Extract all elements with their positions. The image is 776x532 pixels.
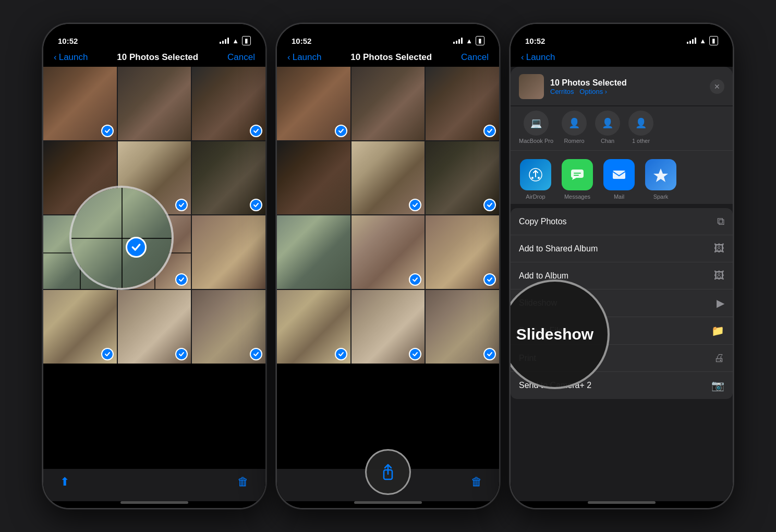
airdrop-app-icon (520, 159, 551, 190)
nav-cancel-2[interactable]: Cancel (461, 52, 489, 63)
photo-cell-2-7[interactable] (277, 215, 350, 289)
signal-bar-3 (225, 39, 226, 44)
photo-cell-7[interactable] (43, 215, 117, 289)
copy-icon: ⧉ (717, 215, 724, 227)
delete-icon-2[interactable]: 🗑 (471, 475, 482, 489)
photo-cell-2-5[interactable] (351, 141, 425, 215)
share-close-button[interactable]: ✕ (710, 79, 724, 94)
photo-cell-2-4[interactable] (277, 141, 350, 215)
svg-point-4 (538, 177, 540, 179)
recipient-name-chan: Chan (601, 138, 614, 144)
photo-cell-9[interactable] (192, 215, 265, 289)
share-icon-2 (379, 463, 397, 481)
photo-cell-2-6[interactable] (426, 141, 499, 215)
photo-cell-10[interactable] (43, 290, 117, 364)
messages-app-icon (562, 159, 593, 190)
grid-v-line-2 (154, 215, 155, 289)
nav-title-2: 10 Photos Selected (350, 52, 432, 63)
photo-cell-2-9[interactable] (426, 215, 499, 289)
bottom-toolbar-1: ⬆ 🗑 (43, 469, 265, 501)
recipient-chan[interactable]: 👤 Chan (595, 111, 620, 144)
status-bar-2: 10:52 ▲ ▮ (277, 24, 499, 50)
status-icons-1: ▲ ▮ (220, 36, 251, 45)
nav-back-3[interactable]: ‹ Launch (521, 52, 555, 63)
wifi-icon-3: ▲ (699, 37, 706, 45)
recipient-avatar-romero: 👤 (562, 111, 587, 136)
app-icons-row: AirDrop Messages Mail (511, 151, 733, 204)
status-time-3: 10:52 (525, 37, 545, 45)
signal-bar-2 (222, 41, 224, 44)
photo-cell-2-3[interactable] (426, 67, 499, 140)
check-2-12 (483, 348, 496, 360)
photo-cell-2-1[interactable] (277, 67, 350, 140)
photo-cell-3[interactable] (192, 67, 265, 140)
wifi-icon-2: ▲ (466, 37, 472, 45)
photo-cell-4[interactable] (43, 141, 117, 215)
action-copy-photos[interactable]: Copy Photos ⧉ (511, 208, 733, 235)
app-mail-item[interactable]: Mail (602, 159, 636, 200)
share-subtitle: Cerritos Options › (550, 88, 627, 95)
check-2-5 (409, 199, 421, 211)
app-messages-item[interactable]: Messages (561, 159, 594, 200)
recipient-avatar-macbook: 💻 (524, 111, 549, 136)
check-1 (101, 125, 114, 137)
home-indicator-2 (354, 501, 422, 504)
nav-bar-1: ‹ Launch 10 Photos Selected Cancel (43, 50, 265, 67)
photo-cell-2-10[interactable] (277, 290, 350, 364)
grid-v-line (80, 215, 81, 289)
check-2-1 (335, 125, 347, 137)
share-icon-1[interactable]: ⬆ (60, 475, 69, 489)
check-2-11 (409, 348, 421, 360)
spark-label: Spark (653, 194, 669, 200)
photo-cell-2-12[interactable] (426, 290, 499, 364)
nav-cancel-1[interactable]: Cancel (227, 52, 255, 63)
nav-back-1[interactable]: ‹ Launch (54, 52, 88, 63)
battery-icon-2: ▮ (476, 36, 484, 45)
recipient-name-romero: Romero (564, 138, 584, 144)
iphone-screen-1: 10:52 ▲ ▮ ‹ (42, 23, 266, 509)
recipient-avatar-other: 👤 (628, 111, 653, 136)
check-6 (250, 199, 262, 211)
slideshow-callout-text: Slideshow (516, 325, 593, 343)
check-3 (250, 125, 262, 137)
action-add-shared-album[interactable]: Add to Shared Album 🖼 (511, 235, 733, 262)
share-sheet-header: 10 Photos Selected Cerritos Options › ✕ (511, 67, 733, 105)
check-2-9 (483, 273, 496, 286)
photo-cell-2-11[interactable] (351, 290, 425, 364)
photo-cell-11[interactable] (118, 290, 191, 364)
photo-cell-2[interactable] (118, 67, 191, 140)
photo-cell-2-8[interactable] (351, 215, 425, 289)
check-2-10 (335, 348, 347, 360)
print-icon: 🖨 (714, 352, 724, 364)
recipient-name-macbook: MacBook Pro (519, 138, 553, 144)
nav-title-1: 10 Photos Selected (117, 52, 198, 63)
check-10 (101, 348, 114, 360)
photo-cell-1[interactable] (43, 67, 117, 140)
app-airdrop-item[interactable]: AirDrop (519, 159, 552, 200)
photo-cell-2-2[interactable] (351, 67, 425, 140)
svg-marker-7 (653, 168, 668, 182)
airdrop-label: AirDrop (526, 194, 545, 200)
messages-label: Messages (564, 194, 590, 200)
delete-icon-1[interactable]: 🗑 (237, 475, 249, 489)
photo-cell-8[interactable] (118, 215, 191, 289)
recipient-romero[interactable]: 👤 Romero (562, 111, 587, 144)
app-spark-item[interactable]: Spark (644, 159, 677, 200)
signal-bars-1 (220, 38, 229, 44)
nav-back-2[interactable]: ‹ Launch (287, 52, 321, 63)
wifi-icon-1: ▲ (232, 37, 239, 45)
battery-icon-3: ▮ (709, 36, 718, 45)
recipient-other[interactable]: 👤 1 other (628, 111, 653, 144)
signal-bars-3 (687, 38, 696, 44)
photo-cell-5[interactable] (118, 141, 191, 215)
spark-app-icon (645, 159, 676, 190)
share-options-link[interactable]: Options (579, 88, 603, 95)
recipient-macbook[interactable]: 💻 MacBook Pro (519, 111, 553, 144)
check-2-8 (409, 273, 421, 286)
photo-cell-12[interactable] (192, 290, 265, 364)
signal-bars-2 (453, 38, 463, 44)
photo-cell-6[interactable] (192, 141, 265, 215)
add-album-icon: 🖼 (714, 270, 724, 282)
recipient-avatar-chan: 👤 (595, 111, 620, 136)
share-circle-callout[interactable] (365, 449, 411, 495)
